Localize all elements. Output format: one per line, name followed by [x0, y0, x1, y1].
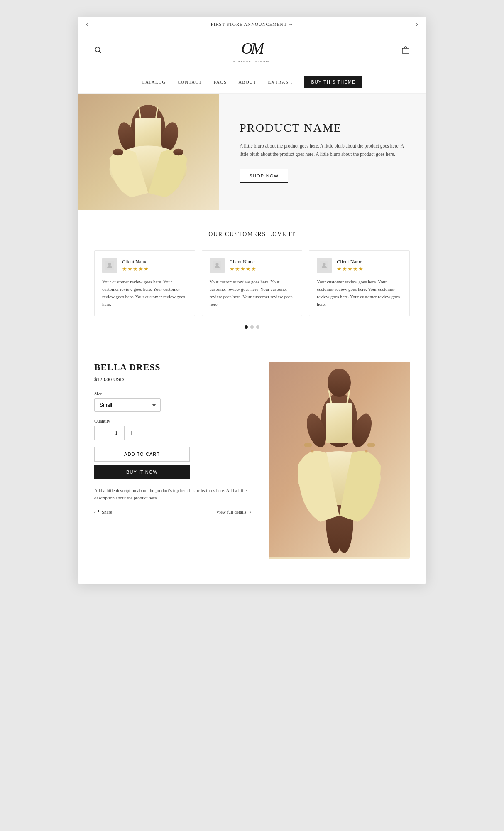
buy-theme-button[interactable]: BUY THIS THEME [304, 76, 362, 88]
quantity-decrease-button[interactable]: − [95, 426, 108, 440]
review-stars-2: ★★★★★ [230, 266, 257, 273]
review-name-2: Client Name [230, 259, 257, 265]
logo-subtitle: MINIMAL FASHION [233, 60, 270, 63]
review-card-3: Client Name ★★★★★ Your customer review g… [309, 250, 410, 316]
size-label: Size [94, 391, 252, 396]
review-avatar-3 [317, 258, 332, 273]
product-name: BELLA DRESS [94, 362, 252, 373]
review-info-1: Client Name ★★★★★ [122, 259, 149, 273]
review-text-2: Your customer review goes here. Your cus… [210, 278, 295, 308]
svg-point-13 [173, 149, 183, 156]
announcement-prev-button[interactable]: ‹ [86, 21, 88, 27]
header: OM MINIMAL FASHION [78, 32, 426, 70]
svg-rect-26 [326, 403, 352, 443]
product-image-right [269, 362, 410, 559]
svg-point-34 [365, 450, 368, 452]
dot-3[interactable] [256, 325, 259, 329]
quantity-value: 1 [108, 426, 125, 440]
share-label: Share [102, 509, 112, 514]
review-card-1: Client Name ★★★★★ Your customer review g… [94, 250, 195, 316]
announcement-bar: ‹ FIRST STORE ANNOUNCEMENT → › [78, 17, 426, 32]
quantity-row: − 1 + [94, 426, 138, 440]
review-header-2: Client Name ★★★★★ [210, 258, 295, 273]
quantity-increase-button[interactable]: + [125, 426, 138, 440]
svg-point-30 [328, 369, 351, 397]
review-name-1: Client Name [122, 259, 149, 265]
logo-monogram: OM [239, 39, 264, 59]
review-info-3: Client Name ★★★★★ [337, 259, 364, 273]
review-info-2: Client Name ★★★★★ [230, 259, 257, 273]
review-stars-3: ★★★★★ [337, 266, 364, 273]
review-card-2: Client Name ★★★★★ Your customer review g… [202, 250, 303, 316]
size-select[interactable]: Small Medium Large X-Large [94, 398, 161, 412]
review-avatar-2 [210, 258, 225, 273]
quantity-label: Quantity [94, 418, 252, 423]
shop-now-button[interactable]: SHOP NOW [240, 169, 288, 183]
search-icon[interactable] [94, 46, 102, 56]
product-price: $120.00 USD [94, 376, 252, 383]
svg-rect-3 [402, 48, 409, 53]
svg-point-12 [113, 149, 123, 156]
review-name-3: Client Name [337, 259, 364, 265]
hero-title: PRODUCT NAME [240, 121, 410, 135]
review-header-1: Client Name ★★★★★ [102, 258, 187, 273]
reviews-section: OUR CUSTOMERS LOVE IT Client Name ★★★★★ … [78, 210, 426, 345]
logo[interactable]: OM MINIMAL FASHION [233, 39, 270, 63]
hero-figure [78, 94, 219, 210]
cart-icon[interactable] [401, 46, 410, 56]
review-text-3: Your customer review goes here. Your cus… [317, 278, 402, 308]
announcement-next-button[interactable]: › [416, 21, 418, 27]
dot-1[interactable] [245, 325, 248, 329]
svg-point-19 [323, 263, 326, 266]
view-full-details-link[interactable]: View full details → [216, 509, 252, 514]
hero-content: PRODUCT NAME A little blurb about the pr… [219, 94, 426, 210]
svg-text:OM: OM [241, 39, 264, 57]
nav-extras[interactable]: EXTRAS ↓ [268, 79, 293, 84]
product-section: BELLA DRESS $120.00 USD Size Small Mediu… [78, 345, 426, 584]
hero-image [78, 94, 219, 210]
svg-line-1 [100, 52, 101, 53]
review-text-1: Your customer review goes here. Your cus… [102, 278, 187, 308]
carousel-dots [94, 325, 410, 333]
svg-point-0 [95, 47, 100, 52]
svg-point-32 [367, 443, 375, 447]
svg-point-31 [304, 443, 312, 447]
nav-catalog[interactable]: CATALOG [142, 79, 166, 84]
announcement-text: FIRST STORE ANNOUNCEMENT → [211, 22, 294, 27]
review-avatar-1 [102, 258, 117, 273]
reviews-title: OUR CUSTOMERS LOVE IT [94, 231, 410, 238]
page-wrapper: ‹ FIRST STORE ANNOUNCEMENT → › OM MINIMA… [78, 17, 426, 584]
nav-faqs[interactable]: FAQS [213, 79, 227, 84]
product-description: Add a little description about the produ… [94, 487, 252, 502]
svg-point-33 [311, 450, 314, 452]
nav-about[interactable]: ABOUT [238, 79, 256, 84]
svg-point-17 [215, 263, 218, 266]
share-link[interactable]: Share [94, 509, 112, 515]
nav-contact[interactable]: CONTACT [178, 79, 202, 84]
reviews-grid: Client Name ★★★★★ Your customer review g… [94, 250, 410, 316]
main-nav: CATALOG CONTACT FAQS ABOUT EXTRAS ↓ BUY … [78, 70, 426, 94]
svg-point-15 [108, 263, 111, 266]
product-details: BELLA DRESS $120.00 USD Size Small Mediu… [94, 362, 252, 515]
buy-now-button[interactable]: Buy it now [94, 465, 190, 479]
review-stars-1: ★★★★★ [122, 266, 149, 273]
hero-section: PRODUCT NAME A little blurb about the pr… [78, 94, 426, 210]
view-full-details-label: View full details → [216, 509, 252, 514]
product-links: Share View full details → [94, 509, 252, 515]
add-to-cart-button[interactable]: ADD TO CART [94, 447, 190, 462]
dot-2[interactable] [250, 325, 254, 329]
review-header-3: Client Name ★★★★★ [317, 258, 402, 273]
hero-description: A little blurb about the product goes he… [240, 142, 410, 158]
